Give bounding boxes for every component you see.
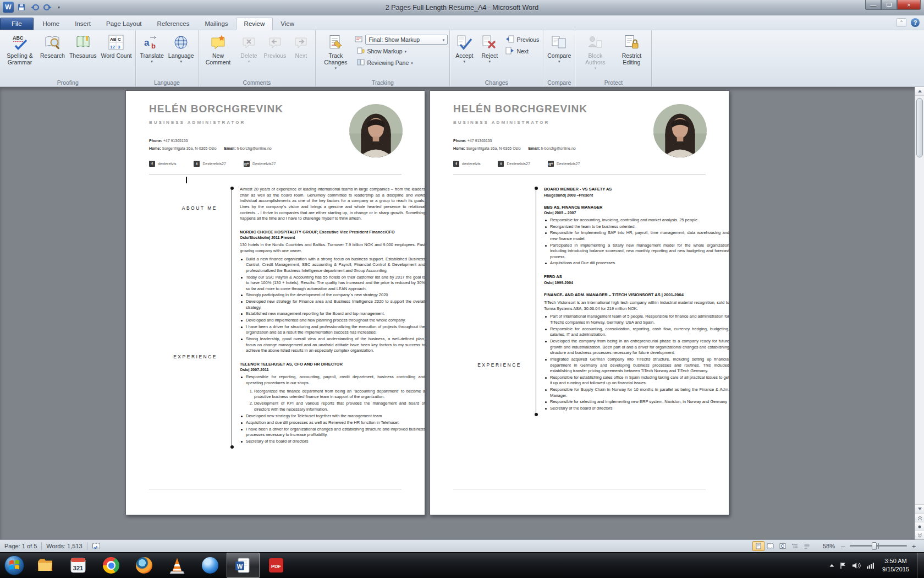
web-layout-view-button[interactable] (777, 541, 789, 551)
reject-button[interactable]: Reject ▾ (477, 32, 502, 63)
zoom-in-button[interactable]: + (910, 543, 917, 550)
taskbar-timer-button[interactable]: 321 (62, 553, 95, 578)
scroll-down-button[interactable] (915, 504, 924, 513)
taskbar-pdf-button[interactable]: PDF (260, 553, 293, 578)
taskbar-word-button[interactable]: W (227, 553, 260, 578)
zoom-out-button[interactable]: – (839, 543, 846, 550)
outline-view-button[interactable] (789, 541, 801, 551)
tab-insert[interactable]: Insert (67, 18, 98, 30)
google-plus-link[interactable]: g+Dexterelvis27 (548, 161, 580, 167)
collapse-ribbon-button[interactable]: ⌃ (897, 18, 906, 27)
show-hidden-icons-button[interactable] (829, 564, 834, 567)
zoom-slider-thumb[interactable] (872, 542, 877, 550)
tracking-options-column: Final: Show Markup ▾ Show Markup ▾ Revie… (355, 32, 448, 68)
next-comment-button[interactable]: Next (288, 32, 314, 59)
social-links: fdexterelvis tDexterelvis27 g+Dexterelvi… (149, 161, 402, 167)
taskbar-vlc-button[interactable] (161, 553, 194, 578)
scroll-up-button[interactable] (915, 87, 924, 96)
timeline-dot-top (535, 187, 538, 190)
bullet-item: Responsible for accounting, consolidatio… (544, 326, 729, 338)
profile-photo[interactable] (653, 104, 707, 157)
proofing-status-button[interactable] (87, 540, 105, 552)
zoom-controls: – + (839, 543, 924, 550)
action-center-icon[interactable] (840, 562, 846, 569)
svg-text:321: 321 (73, 565, 83, 571)
protect-group-label: Protect (575, 79, 651, 86)
select-browse-object-button[interactable] (915, 522, 924, 531)
research-button[interactable]: Research (38, 32, 67, 59)
thesaurus-button[interactable]: Thesaurus (67, 32, 99, 59)
start-button[interactable] (0, 553, 29, 578)
previous-change-button[interactable]: Previous (503, 34, 541, 45)
taskbar-chrome-button[interactable] (95, 553, 128, 578)
scrollbar-thumb[interactable] (916, 98, 923, 157)
changes-group-label: Changes (450, 79, 543, 86)
zoom-slider[interactable] (850, 545, 907, 547)
language-button[interactable]: Language ▾ (166, 32, 196, 63)
word-count-indicator[interactable]: Words: 1,513 (42, 540, 86, 552)
document-page-1[interactable]: HELÉN BORCHGREVINK BUSINESS ADMINISTRATO… (125, 90, 425, 515)
previous-comment-button[interactable]: Previous (262, 32, 289, 59)
twitter-link[interactable]: tDexterelvis27 (194, 161, 226, 167)
tab-review[interactable]: Review (236, 18, 273, 30)
ribbon-tab-row: File Home Insert Page Layout References … (0, 15, 924, 30)
tab-page-layout[interactable]: Page Layout (98, 18, 150, 30)
tab-file[interactable]: File (0, 18, 34, 30)
document-page-2[interactable]: HELÉN BORCHGREVINK BUSINESS ADMINISTRATO… (430, 90, 729, 515)
word-count-button[interactable]: AB12C3 Word Count (99, 32, 134, 59)
comments-group-label: Comments (199, 79, 316, 86)
proofing-group-label: Proofing (0, 79, 135, 86)
view-shortcuts (752, 541, 813, 551)
accept-button[interactable]: Accept ▾ (452, 32, 477, 63)
tab-home[interactable]: Home (35, 18, 68, 30)
delete-comment-button[interactable]: Delete ▾ (237, 32, 262, 63)
minimize-button[interactable]: — (865, 0, 881, 10)
profile-photo[interactable] (349, 104, 403, 157)
taskbar-blue-app-button[interactable] (194, 553, 227, 578)
svg-text:b: b (151, 42, 156, 50)
show-markup-dropdown-arrow: ▾ (405, 50, 407, 53)
zoom-level[interactable]: 58% (818, 543, 839, 549)
print-layout-view-button[interactable] (752, 541, 765, 551)
status-bar: Page: 1 of 5 Words: 1,513 58% – (0, 539, 924, 552)
show-markup-button[interactable]: Show Markup ▾ (355, 45, 448, 57)
facebook-link[interactable]: fdexterelvis (149, 161, 176, 167)
google-plus-link[interactable]: g+Dexterelvis27 (244, 161, 276, 167)
taskbar-clock[interactable]: 3:50 AM 9/15/2015 (882, 557, 909, 574)
maximize-button[interactable] (881, 0, 897, 10)
page-footer-divider (149, 489, 402, 489)
compare-button[interactable]: Compare ▾ (545, 32, 573, 63)
twitter-icon: t (498, 161, 504, 167)
spelling-grammar-button[interactable]: ABC Spelling & Grammar (2, 32, 38, 66)
next-change-button[interactable]: Next (503, 45, 541, 57)
twitter-link[interactable]: tDexterelvis27 (498, 161, 530, 167)
restrict-editing-button[interactable]: Restrict Editing (613, 32, 650, 66)
track-changes-button[interactable]: Track Changes ▾ (317, 32, 354, 70)
tab-view[interactable]: View (273, 18, 302, 30)
full-screen-reading-view-button[interactable] (765, 541, 777, 551)
next-page-button[interactable] (915, 531, 924, 539)
tab-mailings[interactable]: Mailings (197, 18, 235, 30)
show-desktop-button[interactable] (917, 553, 924, 578)
block-authors-button[interactable]: Block Authors ▾ (577, 32, 613, 70)
translate-button[interactable]: ab Translate ▾ (138, 32, 166, 63)
facebook-link[interactable]: fdexterelvis (453, 161, 480, 167)
draft-view-button[interactable] (801, 541, 813, 551)
experience-label: EXPERIENCE (149, 354, 217, 359)
page-footer-divider (453, 489, 706, 489)
display-for-review-combo[interactable]: Final: Show Markup ▾ (365, 35, 448, 45)
new-comment-button[interactable]: New Comment (200, 32, 237, 66)
close-button[interactable]: × (897, 0, 921, 10)
reviewing-pane-button[interactable]: Reviewing Pane ▾ (355, 57, 448, 68)
tab-references[interactable]: References (150, 18, 197, 30)
language-group: ab Translate ▾ Language ▾ Language (136, 30, 198, 86)
taskbar-explorer-button[interactable] (29, 553, 62, 578)
previous-page-button[interactable] (915, 513, 924, 522)
taskbar-firefox-button[interactable] (128, 553, 161, 578)
vertical-scrollbar[interactable] (915, 87, 924, 539)
network-icon[interactable] (866, 562, 875, 569)
help-button[interactable]: ? (911, 18, 920, 27)
page-indicator[interactable]: Page: 1 of 5 (0, 540, 41, 552)
volume-icon[interactable] (852, 562, 861, 569)
clock-date: 9/15/2015 (882, 565, 909, 574)
